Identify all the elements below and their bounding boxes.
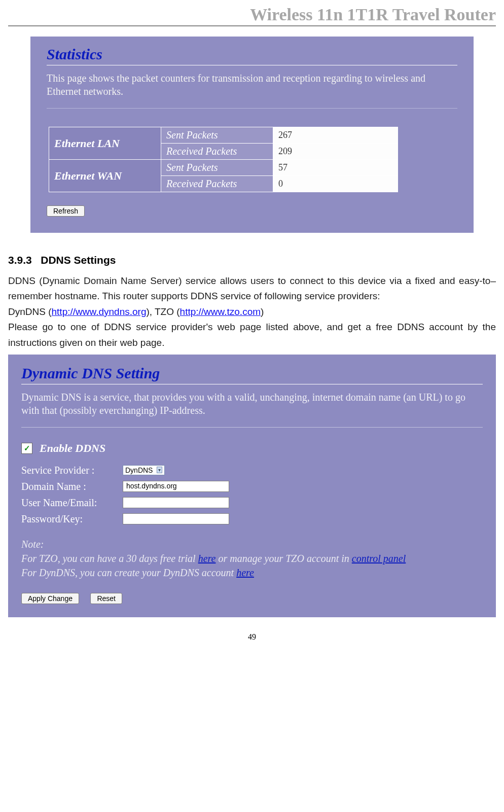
tzo-link[interactable]: http://www.tzo.com (180, 306, 261, 317)
dyndns-link[interactable]: http://www.dyndns.org (52, 306, 147, 317)
tzo-trial-link[interactable]: here (198, 553, 216, 564)
enable-ddns-label: Enable DDNS (40, 442, 105, 455)
dyndns-prefix: DynDNS ( (8, 306, 52, 317)
tzo-prefix: ), TZO ( (146, 306, 179, 317)
password-label: Password/Key: (21, 513, 123, 525)
statistics-title: Statistics (47, 46, 457, 65)
ddns-panel: Dynamic DNS Setting Dynamic DNS is a ser… (8, 355, 496, 617)
intro-paragraph-1: DDNS (Dynamic Domain Name Server) servic… (8, 273, 496, 304)
value-wan-sent: 57 (273, 160, 398, 176)
domain-name-row: Domain Name : host.dyndns.org (21, 480, 483, 492)
table-row: Ethernet WAN Sent Packets 57 (49, 160, 398, 176)
metric-received-packets: Received Packets (161, 144, 273, 160)
password-input[interactable] (123, 513, 229, 524)
metric-sent-packets: Sent Packets (161, 127, 273, 144)
note-tzo-text-b: or manage your TZO account in (215, 553, 351, 564)
service-provider-row: Service Provider : DynDNS ▾ (21, 464, 483, 476)
password-row: Password/Key: (21, 513, 483, 525)
dyndns-create-link[interactable]: here (236, 567, 254, 578)
button-row: Apply Change Reset (21, 593, 483, 604)
note-tzo-line: For TZO, you can have a 30 days free tri… (21, 551, 483, 566)
domain-name-label: Domain Name : (21, 480, 123, 492)
intro-paragraph-2: Please go to one of DDNS service provide… (8, 320, 496, 350)
service-provider-select[interactable]: DynDNS ▾ (123, 465, 165, 475)
statistics-table: Ethernet LAN Sent Packets 267 Received P… (49, 127, 398, 192)
chevron-down-icon: ▾ (157, 467, 162, 473)
apply-change-button[interactable]: Apply Change (21, 593, 79, 604)
note-tzo-text-a: For TZO, you can have a 30 days free tri… (21, 553, 198, 564)
iface-ethernet-lan: Ethernet LAN (49, 127, 161, 160)
user-name-row: User Name/Email: (21, 497, 483, 509)
note-heading: Note: (21, 537, 483, 551)
value-lan-sent: 267 (273, 127, 398, 144)
iface-ethernet-wan: Ethernet WAN (49, 160, 161, 192)
page-number: 49 (0, 632, 504, 642)
doc-title: Wireless 11n 1T1R Travel Router (8, 5, 496, 24)
section-title: DDNS Settings (41, 254, 116, 266)
refresh-button[interactable]: Refresh (47, 205, 85, 217)
domain-name-input[interactable]: host.dyndns.org (123, 481, 229, 492)
statistics-panel: Statistics This page shows the packet co… (30, 37, 474, 233)
section-number: 3.9.3 (8, 254, 32, 266)
reset-button[interactable]: Reset (90, 593, 122, 604)
page-header: Wireless 11n 1T1R Travel Router (8, 5, 496, 26)
section-heading: 3.9.3 DDNS Settings (8, 254, 496, 266)
note-dyndns-line: For DynDNS, you can create your DynDNS a… (21, 566, 483, 580)
enable-ddns-row: ✓ Enable DDNS (21, 442, 483, 455)
metric-received-packets: Received Packets (161, 176, 273, 192)
value-wan-received: 0 (273, 176, 398, 192)
note-dyndns-text: For DynDNS, you can create your DynDNS a… (21, 567, 236, 578)
tzo-control-panel-link[interactable]: control panel (352, 553, 406, 564)
service-provider-label: Service Provider : (21, 464, 123, 476)
user-name-label: User Name/Email: (21, 497, 123, 509)
ddns-panel-description: Dynamic DNS is a service, that provides … (21, 391, 483, 428)
tzo-close: ) (261, 306, 264, 317)
user-name-input[interactable] (123, 497, 229, 508)
statistics-description: This page shows the packet counters for … (47, 72, 457, 109)
value-lan-received: 209 (273, 144, 398, 160)
providers-line: DynDNS (http://www.dyndns.org), TZO (htt… (8, 304, 496, 320)
table-row: Ethernet LAN Sent Packets 267 (49, 127, 398, 144)
enable-ddns-checkbox[interactable]: ✓ (21, 443, 32, 454)
note-block: Note: For TZO, you can have a 30 days fr… (21, 537, 483, 580)
ddns-panel-title: Dynamic DNS Setting (21, 365, 483, 384)
metric-sent-packets: Sent Packets (161, 160, 273, 176)
service-provider-value: DynDNS (125, 466, 153, 474)
